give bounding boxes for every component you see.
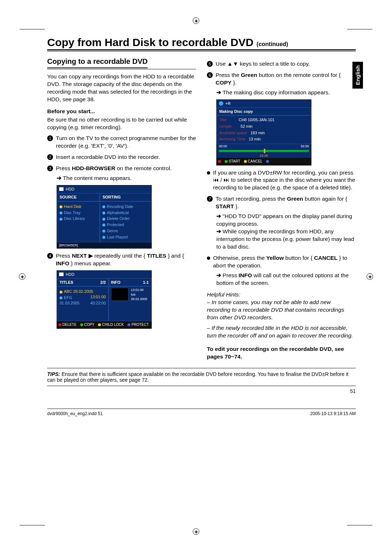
text: on the remote control. — [115, 165, 172, 171]
before-heading: Before you start... — [47, 108, 196, 115]
thumbnail — [111, 288, 128, 301]
step-number-icon: 1 — [47, 135, 53, 141]
footer-timestamp: 2005-10-13 9:18:15 AM — [310, 411, 356, 416]
text: button on the remote control for { — [257, 72, 341, 78]
text: The making disc copy information appears… — [222, 89, 330, 95]
page-indicator: 2/2 — [100, 280, 106, 285]
title-continued: (continued) — [257, 41, 288, 47]
osd-titles-screenshot: HDD TITLES 2/2 INFO 1-1 ABC 28.02.2005 1… — [57, 270, 152, 329]
osd-header: +R — [217, 100, 311, 107]
arrow-icon: ➔ — [216, 228, 222, 234]
osd-button-bar: DELETE COPY CHILD LOCK PROTECT — [57, 321, 151, 328]
arrow-icon: ➔ — [216, 272, 222, 278]
blue-option — [266, 160, 269, 163]
menu-name: START — [216, 203, 234, 209]
info-header: INFO 1-1 — [109, 278, 151, 287]
text: button again for { — [303, 196, 347, 202]
protect-option: PROTECT — [127, 322, 149, 327]
menu-name: CANCEL — [314, 255, 338, 261]
page-indicator: 1-1 — [143, 280, 149, 285]
osd-header: HDD — [57, 271, 151, 278]
hdd-icon — [59, 187, 64, 191]
column-header: SOURCE — [57, 193, 100, 201]
source-list: Hard Disk Disc Tray Disc Library — [57, 201, 100, 242]
step-result: ➔ "HDD TO DVD" appears on the display pa… — [216, 213, 356, 228]
text: button for { — [284, 255, 314, 261]
list-item: Protected — [107, 222, 124, 227]
arrow-icon: ➔ — [216, 89, 222, 95]
osd-title: +R — [225, 101, 230, 106]
text: Press — [56, 253, 72, 259]
field-value: CH8 10/05-JAN-101 — [238, 118, 274, 122]
menu-name: COPY — [216, 79, 232, 86]
language-tab: English — [352, 62, 363, 89]
menu-name: INFO — [56, 260, 69, 266]
list-item: Hard Disk — [64, 204, 81, 209]
fields: Title CH8 10/05-JAN-101 Length 52 min Av… — [217, 115, 311, 144]
delete-option: DELETE — [58, 322, 77, 327]
label: INFO — [111, 280, 121, 284]
step-3: 3 Press HDD-BROWSER on the remote contro… — [47, 165, 196, 172]
step-text: Use ▲▼ keys to select a title to copy. — [216, 60, 310, 68]
list-item: ABC 28.02.2005 13:01:00 — [60, 289, 106, 294]
arrow-icon: ➔ — [57, 175, 63, 181]
text: "HDD TO DVD" appears on the display pane… — [216, 213, 352, 227]
osd-title: HDD — [66, 272, 74, 277]
info-panel: 13:01:00 M4 28.02.2005 — [109, 286, 151, 321]
text: repeatedly until the { — [94, 253, 147, 259]
osd-browser-screenshot: HDD SOURCE SORTING Hard Disk Disc Tray D… — [57, 185, 152, 249]
button-name: Green — [241, 72, 257, 78]
step-number-icon: 3 — [47, 165, 53, 171]
osd-footer: [BROWSER] — [57, 242, 151, 248]
button-name: Yellow — [266, 255, 283, 261]
tips-box: TIPS: Ensure that there is sufficient sp… — [47, 368, 356, 386]
text: Press — [222, 272, 238, 278]
step-6: 6 Press the Green button on the remote c… — [207, 71, 356, 87]
sorting-list: Recoding Date Alphabetical Delete Order … — [100, 201, 151, 242]
timeline-labels: 00:0059:59 — [217, 144, 311, 148]
text: } and { — [166, 253, 184, 259]
before-body: Be sure that no other recording is to be… — [47, 116, 196, 131]
step-result: ➔ The content menu appears. — [57, 175, 196, 182]
text: If you are using a DVD±RW for recording,… — [213, 169, 356, 192]
bullet-dvdrw: If you are using a DVD±RW for recording,… — [207, 169, 356, 192]
bullet-icon — [207, 171, 210, 175]
step-result: ➔ The making disc copy information appea… — [216, 89, 356, 97]
titles-header: TITLES 2/2 — [57, 278, 109, 287]
bullet-cancel: Otherwise, press the Yellow button for {… — [207, 254, 356, 270]
list-item: Genre — [107, 229, 118, 233]
step-text: Press HDD-BROWSER on the remote control. — [56, 165, 172, 172]
divider — [47, 69, 196, 69]
osd-button-bar: START CANCEL — [217, 158, 311, 165]
menu-name: TITLES — [147, 253, 166, 259]
text: While copying the recordings from HDD, a… — [216, 228, 354, 250]
text: }. — [232, 79, 237, 86]
step-result: ➔ Press INFO will call out the coloured … — [216, 272, 356, 287]
button-name: NEXT — [72, 253, 87, 259]
step-4: 4 Press NEXT ▶ repeatedly until the { TI… — [47, 252, 196, 267]
registration-mark — [19, 273, 25, 280]
tips-body: Ensure that there is sufficient space av… — [47, 371, 348, 383]
section-heading: Copying to a recordable DVD — [47, 57, 148, 68]
field-value: 52 min — [241, 124, 253, 128]
list-item: Last Played — [107, 235, 127, 239]
page-title: Copy from Hard Disk to recordable DVD (c… — [47, 36, 356, 50]
footer-filename: dvdr9000h_eu_eng2.indd 51 — [47, 411, 103, 416]
hint-text: – In some cases, you may not be able to … — [207, 299, 356, 321]
list-item: Alphabetical — [107, 210, 128, 215]
list-item: Delete Order — [107, 216, 130, 221]
crop-mark — [347, 29, 372, 29]
registration-mark — [193, 528, 199, 535]
step-number-icon: 7 — [207, 196, 213, 202]
start-option: START — [225, 159, 240, 164]
button-name: INFO — [238, 272, 252, 278]
text: Otherwise, press the Yellow button for {… — [213, 254, 356, 270]
button-name: Green — [287, 196, 303, 202]
step-text: Turn on the TV to the correct programme … — [56, 135, 196, 150]
column-header: SORTING — [100, 193, 151, 201]
arrow-icon: ➔ — [216, 213, 222, 219]
step-7: 7 To start recording, press the Green bu… — [207, 195, 356, 210]
info-value: M4 — [131, 292, 147, 297]
text: Press — [56, 165, 72, 171]
hints-heading: Helpful Hints: — [207, 291, 356, 299]
